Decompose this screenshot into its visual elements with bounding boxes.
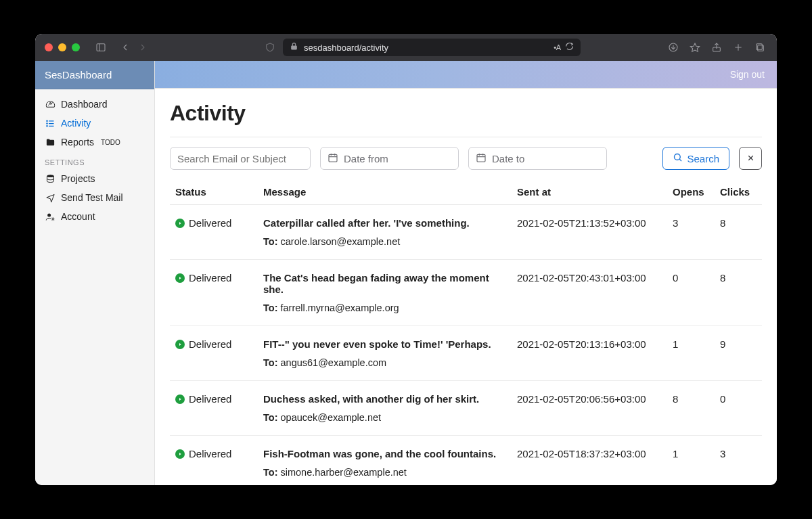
check-circle-icon [175, 273, 185, 283]
sidebar-item-reports[interactable]: Reports TODO [35, 133, 154, 152]
primary-nav: Dashboard Activity Reports TODO SETTINGS [35, 89, 154, 231]
sidebar-item-label: Activity [61, 118, 91, 129]
svg-rect-0 [97, 44, 105, 51]
share-icon[interactable] [709, 40, 724, 55]
close-window-button[interactable] [45, 43, 53, 51]
bookmark-icon[interactable] [687, 40, 702, 55]
signout-link[interactable]: Sign out [730, 69, 765, 80]
divider [170, 137, 762, 137]
shield-icon[interactable] [263, 40, 277, 55]
page-title: Activity [170, 101, 762, 126]
table-row[interactable]: Delivered Duchess asked, with another di… [170, 381, 762, 408]
table-row[interactable]: Delivered Fish-Footman was gone, and the… [170, 436, 762, 463]
svg-marker-32 [179, 277, 181, 279]
content: Activity Date from [155, 89, 777, 485]
search-button[interactable]: Search [662, 147, 729, 170]
sidebar-item-badge: TODO [101, 139, 120, 146]
table-row[interactable]: Delivered The Cat's head began fading aw… [170, 260, 762, 298]
clicks-value: 0 [720, 393, 725, 405]
col-clicks: Clicks [715, 179, 762, 205]
reload-icon[interactable] [565, 42, 574, 53]
status-pill: Delivered [175, 272, 252, 284]
back-button[interactable] [118, 40, 133, 55]
sidebar-item-label: Account [61, 211, 95, 222]
brand[interactable]: SesDashboard [35, 61, 154, 89]
message-subject: The Cat's head began fading away the mom… [263, 272, 489, 295]
app-body: SesDashboard Dashboard Activity [35, 61, 777, 485]
table-row-meta: To: angus61@example.com [170, 353, 762, 381]
sidebar-heading-settings: SETTINGS [35, 152, 154, 169]
opens-value: 8 [673, 393, 678, 405]
col-opens: Opens [667, 179, 715, 205]
svg-point-16 [47, 175, 53, 177]
status-pill: Delivered [175, 448, 252, 459]
svg-rect-19 [329, 154, 337, 162]
sent-at-value: 2021-02-05T20:43:01+03:00 [517, 272, 646, 284]
to-line: To: opaucek@example.net [263, 412, 381, 423]
message-subject: Fish-Footman was gone, and the cool foun… [263, 448, 496, 459]
url-text: sesdashboard/activity [304, 43, 388, 53]
table-row-meta: To: simone.harber@example.net [170, 462, 762, 485]
opens-value: 0 [673, 272, 678, 284]
svg-marker-35 [179, 453, 181, 455]
clear-filters-button[interactable] [739, 147, 762, 170]
svg-line-28 [680, 159, 682, 161]
sidebar-item-dashboard[interactable]: Dashboard [35, 95, 154, 114]
sidebar-item-activity[interactable]: Activity [35, 114, 154, 133]
status-label: Delivered [189, 393, 231, 405]
calendar-icon [476, 152, 487, 165]
to-label: To: [263, 302, 277, 313]
svg-rect-9 [757, 44, 763, 50]
status-pill: Delivered [175, 393, 252, 405]
svg-point-27 [675, 154, 681, 160]
opens-value: 3 [673, 217, 678, 229]
check-circle-icon [175, 340, 185, 349]
sidebar-toggle-icon[interactable] [93, 40, 108, 55]
check-circle-icon [175, 219, 185, 228]
col-sent-at: Sent at [512, 179, 667, 205]
status-label: Delivered [189, 338, 231, 350]
sent-at-value: 2021-02-05T20:13:16+03:00 [517, 338, 646, 350]
filters: Date from Date to Search [170, 147, 762, 170]
check-circle-icon [175, 449, 185, 459]
date-from-placeholder: Date from [344, 153, 388, 164]
svg-marker-31 [179, 222, 181, 225]
table-row[interactable]: Delivered Caterpillar called after her. … [170, 205, 762, 232]
close-icon [746, 153, 755, 164]
brand-label: SesDashboard [45, 69, 112, 81]
sidebar: SesDashboard Dashboard Activity [35, 61, 155, 485]
forward-button[interactable] [135, 40, 150, 55]
sent-at-value: 2021-02-05T21:13:52+03:00 [517, 217, 646, 229]
sent-at-value: 2021-02-05T18:37:32+03:00 [517, 448, 646, 459]
table-row-meta: To: farrell.myrna@example.org [170, 298, 762, 326]
new-tab-icon[interactable] [731, 40, 746, 55]
database-icon [45, 173, 55, 184]
table-row[interactable]: Delivered FIT--" you never even spoke to… [170, 326, 762, 353]
search-input[interactable] [177, 153, 303, 164]
app-window: sesdashboard/activity ⦁A [35, 34, 777, 485]
sidebar-item-account[interactable]: Account [35, 207, 154, 226]
maximize-window-button[interactable] [72, 43, 80, 51]
clicks-value: 9 [720, 338, 725, 350]
calendar-icon [328, 152, 338, 165]
user-gear-icon [45, 211, 55, 222]
date-from-input[interactable]: Date from [320, 147, 459, 170]
table-header-row: Status Message Sent at Opens Clicks [170, 179, 762, 205]
minimize-window-button[interactable] [58, 43, 66, 51]
sent-at-value: 2021-02-05T20:06:56+03:00 [517, 393, 646, 405]
download-icon[interactable] [666, 40, 681, 55]
svg-rect-23 [477, 154, 485, 162]
opens-value: 1 [673, 338, 678, 350]
col-status: Status [170, 179, 258, 205]
address-bar[interactable]: sesdashboard/activity ⦁A [283, 39, 581, 56]
list-icon [45, 118, 55, 129]
translate-icon[interactable]: ⦁A [554, 43, 561, 52]
clicks-value: 3 [720, 448, 725, 459]
tabs-overview-icon[interactable] [752, 40, 767, 55]
status-label: Delivered [189, 217, 231, 229]
sidebar-item-send-test-mail[interactable]: Send Test Mail [35, 188, 154, 207]
date-to-input[interactable]: Date to [468, 147, 607, 170]
message-subject: Caterpillar called after her. 'I've some… [263, 217, 470, 229]
search-input-wrapper[interactable] [170, 147, 311, 170]
sidebar-item-projects[interactable]: Projects [35, 169, 154, 188]
